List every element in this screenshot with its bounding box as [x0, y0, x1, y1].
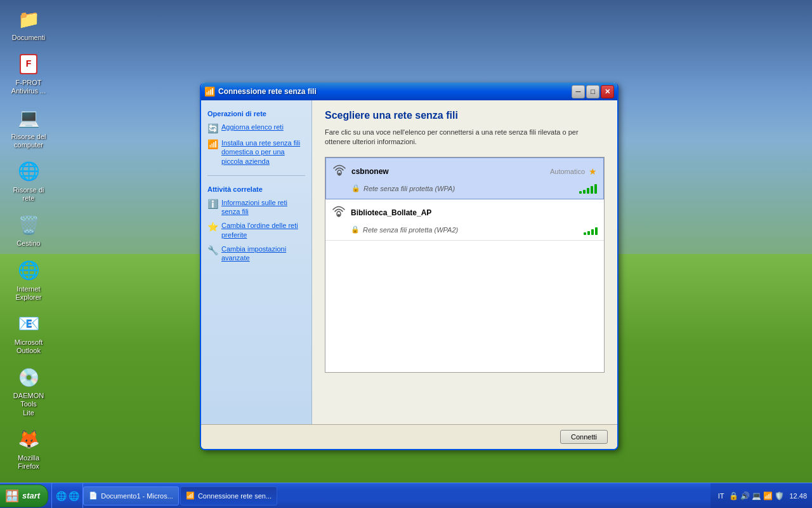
bar-2-1 — [584, 232, 586, 235]
minimize-button[interactable]: ─ — [572, 85, 585, 98]
system-clock: 12.48 — [786, 492, 807, 500]
fprot-icon: F — [16, 51, 41, 77]
network-security-1: 🔒 Rete senza fili protetta (WPA) — [351, 184, 455, 192]
svg-text:F: F — [26, 58, 32, 69]
desktop-icon-risorse-computer[interactable]: 💻 Risorse delcomputer — [6, 105, 51, 149]
network-security-text-2: Rete senza fili protetta (WPA2) — [363, 226, 458, 234]
network-security-text-1: Rete senza fili protetta (WPA) — [363, 185, 455, 192]
wifi-dialog: 📶 Connessione rete senza fili ─ □ ✕ Oper… — [200, 83, 619, 450]
impostazioni-text: Cambia impostazioni avanzate — [221, 244, 305, 263]
tray-icons: 🔒 🔊 💻 📶 🛡️ — [728, 491, 784, 501]
firefox-icon: 🦊 — [16, 427, 41, 452]
risorse-rete-icon: 🌐 — [16, 159, 41, 184]
tray-wifi-icon[interactable]: 📶 — [763, 491, 773, 501]
ql-ie-icon[interactable]: 🌐 — [55, 490, 67, 502]
right-panel: Scegliere una rete senza fili Fare clic … — [312, 100, 617, 424]
network-left-csbnonew: csbnonew — [332, 163, 389, 180]
ordine-text: Cambia l'ordine delle reti preferite — [221, 221, 305, 239]
outlook-label: MicrosoftOutlook — [15, 338, 43, 355]
title-bar-icon: 📶 — [204, 86, 215, 97]
network-name-1: csbnonew — [351, 167, 389, 176]
aggiorna-link[interactable]: 🔄 Aggiorna elenco reti — [207, 123, 305, 133]
connect-button[interactable]: Connetti — [560, 430, 608, 444]
wifi-antenna-icon-2 — [332, 204, 346, 222]
right-panel-description: Fare clic su una voce nell'elenco per co… — [325, 128, 605, 147]
desktop-icon-cestino[interactable]: 🗑️ Cestino — [6, 212, 51, 248]
impostazioni-link[interactable]: 🔧 Cambia impostazioni avanzate — [207, 244, 305, 263]
desktop-icon-firefox[interactable]: 🦊 Mozilla Firefox — [6, 427, 51, 471]
desktop-icons-container: 📁 Documenti F F-PROTAntivirus ... 💻 Riso… — [0, 0, 57, 508]
install-icon: 📶 — [207, 139, 218, 149]
close-button[interactable]: ✕ — [601, 85, 614, 98]
desktop-icon-daemon[interactable]: 💿 DAEMON ToolsLite — [6, 364, 51, 417]
start-label: start — [22, 491, 40, 500]
cestino-label: Cestino — [16, 239, 40, 248]
ie-icon: 🌐 — [16, 258, 41, 283]
network-auto-1: Automatico — [550, 168, 585, 175]
bar-1-2 — [583, 190, 586, 194]
dialog-content: Operazioni di rete 🔄 Aggiorna elenco ret… — [201, 100, 617, 424]
network-details-row-2: 🔒 Rete senza fili protetta (WPA2) — [332, 225, 598, 235]
desktop-icon-documenti[interactable]: 📁 Documenti — [6, 6, 51, 42]
daemon-label: DAEMON ToolsLite — [6, 392, 51, 417]
desktop-icon-fprot[interactable]: F F-PROTAntivirus ... — [6, 51, 51, 95]
title-bar-buttons: ─ □ ✕ — [572, 85, 614, 98]
taskbar-wifi-label: Connessione rete sen... — [198, 492, 272, 500]
dialog-buttons: Connetti — [201, 424, 617, 449]
network-security-2: 🔒 Rete senza fili protetta (WPA2) — [351, 225, 458, 234]
aggiorna-text: Aggiorna elenco reti — [221, 123, 284, 131]
outlook-icon: 📧 — [16, 311, 41, 337]
network-details-row-1: 🔒 Rete senza fili protetta (WPA) — [332, 184, 597, 194]
left-panel: Operazioni di rete 🔄 Aggiorna elenco ret… — [201, 100, 312, 424]
taskbar-doc-label: Documento1 - Micros... — [101, 492, 173, 500]
maximize-button[interactable]: □ — [586, 85, 599, 98]
bar-1-3 — [587, 188, 589, 194]
ordine-link[interactable]: ⭐ Cambia l'ordine delle reti preferite — [207, 221, 305, 239]
network-item-csbnonew[interactable]: csbnonew Automatico ★ 🔒 Rete senza fili … — [325, 157, 604, 199]
svg-point-8 — [337, 214, 340, 217]
taskbar-item-document[interactable]: 📄 Documento1 - Micros... — [83, 486, 179, 505]
lock-icon-2: 🔒 — [351, 225, 360, 234]
network-header-biblioteca: Biblioteca_Bollate_AP — [332, 204, 598, 222]
tray-security-icon[interactable]: 🔒 — [728, 491, 738, 501]
bar-2-3 — [591, 229, 594, 235]
section2-title: Attività correlate — [207, 185, 305, 193]
documenti-label: Documenti — [12, 34, 46, 42]
taskbar-item-wireless[interactable]: 📶 Connessione rete sen... — [180, 486, 277, 505]
settings-icon: 🔧 — [207, 245, 218, 255]
language-indicator: IT — [716, 491, 727, 501]
bar-1-1 — [579, 191, 582, 194]
ie-label: InternetExplorer — [16, 285, 42, 302]
quick-launch-bar: 🌐 🌐 — [51, 483, 83, 508]
bar-1-4 — [591, 186, 593, 194]
fprot-label: F-PROTAntivirus ... — [11, 79, 46, 95]
network-header-csbnonew: csbnonew Automatico ★ — [332, 163, 597, 180]
start-windows-icon: 🪟 — [5, 489, 19, 503]
title-bar-text: Connessione rete senza fili — [218, 87, 572, 96]
daemon-icon: 💿 — [16, 364, 41, 390]
taskbar: 🪟 start 🌐 🌐 📄 Documento1 - Micros... 📶 C… — [0, 483, 812, 508]
network-item-biblioteca[interactable]: Biblioteca_Bollate_AP 🔒 Rete senza fili … — [325, 199, 604, 241]
wifi-antenna-icon-1 — [332, 163, 346, 180]
tray-volume-icon[interactable]: 🔊 — [740, 491, 750, 501]
network-list: csbnonew Automatico ★ 🔒 Rete senza fili … — [325, 157, 605, 373]
taskbar-right: IT 🔒 🔊 💻 📶 🛡️ 12.48 — [710, 483, 812, 508]
title-bar: 📶 Connessione rete senza fili ─ □ ✕ — [201, 83, 617, 100]
risorse-rete-label: Risorse direte — [13, 186, 44, 203]
desktop-icon-outlook[interactable]: 📧 MicrosoftOutlook — [6, 311, 51, 355]
star-icon: ⭐ — [207, 222, 218, 232]
tray-antivirus-icon[interactable]: 🛡️ — [774, 491, 784, 501]
informazioni-text: Informazioni sulle reti senza fili — [221, 198, 305, 217]
tray-network-icon[interactable]: 💻 — [751, 491, 761, 501]
start-button[interactable]: 🪟 start — [0, 485, 48, 507]
informazioni-link[interactable]: ℹ️ Informazioni sulle reti senza fili — [207, 198, 305, 217]
refresh-icon: 🔄 — [207, 123, 218, 133]
desktop-icon-ie[interactable]: 🌐 InternetExplorer — [6, 258, 51, 302]
panel-divider — [207, 175, 305, 176]
section1-title: Operazioni di rete — [207, 110, 305, 117]
network-left-biblioteca: Biblioteca_Bollate_AP — [332, 204, 431, 222]
ql-ie2-icon[interactable]: 🌐 — [68, 490, 79, 502]
bar-2-2 — [587, 231, 590, 235]
desktop-icon-risorse-rete[interactable]: 🌐 Risorse direte — [6, 159, 51, 203]
installa-link[interactable]: 📶 Installa una rete senza fili domestica… — [207, 138, 305, 166]
